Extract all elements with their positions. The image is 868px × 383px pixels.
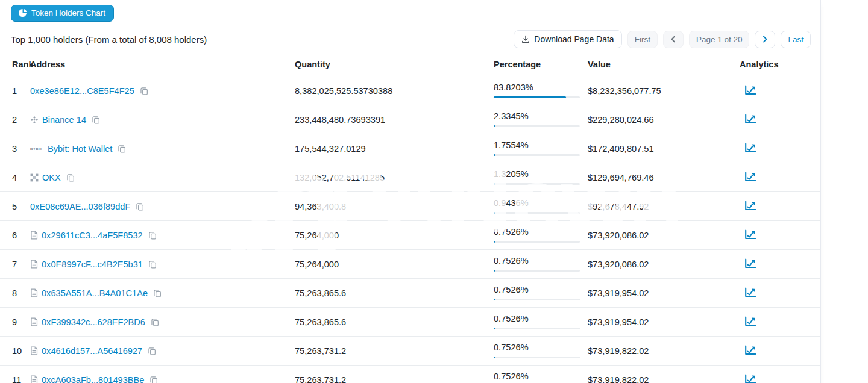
address-cell: 0xE08c69AE...036f89ddF [30, 202, 295, 211]
analytics-link[interactable] [744, 345, 756, 355]
percentage-bar [494, 357, 580, 358]
address-link[interactable]: 0x0E8997cF...c4B2E5b31 [42, 260, 143, 269]
value-cell: $73,919,954.02 [588, 317, 740, 327]
download-page-data-button[interactable]: Download Page Data [514, 30, 621, 48]
percentage-bar-fill [494, 270, 495, 272]
analytics-link[interactable] [744, 287, 756, 297]
percentage-text: 0.9436% [494, 199, 588, 207]
percentage-cell: 83.8203% [494, 83, 588, 98]
analytics-link[interactable] [744, 229, 756, 240]
copy-address-button[interactable] [153, 288, 162, 298]
address-cell: 0xcA603aFb...801493BBe [30, 375, 295, 383]
column-header-quantity: Quantity [295, 60, 494, 69]
address-cell: OKX [30, 173, 295, 182]
percentage-text: 0.7526% [494, 372, 588, 381]
analytics-link[interactable] [744, 114, 756, 124]
address-link[interactable]: OKX [42, 173, 61, 182]
value-cell: $129,694,769.46 [588, 173, 740, 182]
copy-icon [136, 202, 144, 211]
percentage-cell: 0.7526% [494, 372, 588, 383]
percentage-bar-fill [494, 241, 495, 243]
copy-icon [148, 260, 157, 269]
analytics-cell [740, 201, 820, 213]
copy-address-button[interactable] [117, 144, 127, 154]
token-holders-chart-button[interactable]: Token Holders Chart [11, 5, 114, 22]
percentage-bar-fill [494, 299, 495, 300]
pie-chart-icon [18, 8, 27, 17]
holders-card: Token Holders Chart Top 1,000 holders (F… [0, 0, 821, 383]
copy-address-button[interactable] [139, 86, 149, 96]
analytics-link[interactable] [744, 258, 756, 269]
pagination-prev-button[interactable] [663, 31, 684, 48]
address-cell: 0x0E8997cF...c4B2E5b31 [30, 260, 295, 269]
quantity-cell: 75,264,000 [295, 260, 494, 269]
line-chart-icon [744, 143, 756, 153]
copy-address-button[interactable] [135, 202, 145, 211]
address-cell: 0x29611cC3...4aF5F8532 [30, 231, 295, 240]
copy-address-button[interactable] [91, 115, 101, 125]
address-link[interactable]: 0x29611cC3...4aF5F8532 [42, 231, 143, 240]
line-chart-icon [744, 374, 756, 383]
contract-file-icon [30, 260, 38, 269]
percentage-bar [494, 125, 580, 127]
percentage-bar [494, 96, 580, 98]
analytics-link[interactable] [744, 172, 756, 182]
copy-address-button[interactable] [148, 231, 157, 240]
address-link[interactable]: 0xe3e86E12...C8E5F4F25 [30, 86, 134, 96]
address-link[interactable]: 0x635A551A...B4A01C1Ae [42, 288, 148, 298]
address-cell: BYBIT Bybit: Hot Wallet [30, 144, 295, 154]
contract-file-icon [30, 346, 38, 355]
copy-address-button[interactable] [149, 375, 159, 383]
line-chart-icon [744, 114, 756, 124]
rank-cell: 5 [12, 202, 30, 211]
analytics-link[interactable] [744, 143, 756, 153]
column-header-address: Address [30, 60, 295, 69]
copy-address-button[interactable] [150, 317, 160, 327]
address-cell: 0xF399342c...628EF2BD6 [30, 317, 295, 327]
pagination-controls: Download Page Data First Page 1 of 20 La… [514, 30, 811, 48]
quantity-cell: 233,448,480.73693391 [295, 115, 494, 125]
address-link[interactable]: Binance 14 [42, 115, 86, 125]
sub-toolbar: Top 1,000 holders (From a total of 8,008… [0, 25, 820, 53]
percentage-bar [494, 299, 580, 300]
address-link[interactable]: 0xF399342c...628EF2BD6 [42, 317, 145, 327]
analytics-link[interactable] [744, 316, 756, 326]
contract-file-icon [30, 231, 38, 240]
table-body: 1 0xe3e86E12...C8E5F4F25 8,382,025,525.5… [0, 76, 820, 383]
copy-address-button[interactable] [147, 346, 157, 356]
address-cell: 0xe3e86E12...C8E5F4F25 [30, 86, 295, 96]
rank-cell: 1 [12, 86, 30, 96]
pagination-last-button[interactable]: Last [781, 31, 811, 48]
analytics-link[interactable] [744, 201, 756, 211]
copy-icon [118, 145, 126, 153]
value-cell: $73,920,086.02 [588, 231, 740, 240]
address-link[interactable]: 0x4616d157...A56416927 [42, 346, 142, 356]
analytics-link[interactable] [744, 85, 756, 95]
line-chart-icon [744, 229, 756, 240]
table-row: 8 0x635A551A...B4A01C1Ae [0, 279, 820, 308]
value-cell: $73,919,822.02 [588, 375, 740, 383]
percentage-text: 0.7526% [494, 228, 588, 236]
address-link[interactable]: Bybit: Hot Wallet [48, 144, 112, 154]
copy-address-button[interactable] [66, 173, 75, 182]
analytics-link[interactable] [744, 374, 756, 383]
percentage-cell: 0.7526% [494, 285, 588, 300]
copy-icon [148, 231, 157, 240]
analytics-cell [740, 143, 820, 155]
address-link[interactable]: 0xE08c69AE...036f89ddF [30, 202, 130, 211]
pagination-next-button[interactable] [755, 31, 775, 48]
address-cell: 0x635A551A...B4A01C1Ae [30, 288, 295, 298]
column-header-rank: Rank [12, 60, 30, 69]
quantity-cell: 75,263,731.2 [295, 375, 494, 383]
percentage-cell: 0.7526% [494, 228, 588, 243]
pagination-first-button[interactable]: First [627, 31, 658, 48]
percentage-cell: 0.9436% [494, 199, 588, 214]
percentage-bar [494, 270, 580, 272]
copy-address-button[interactable] [148, 260, 157, 269]
rank-cell: 9 [12, 317, 30, 327]
contract-file-icon [30, 288, 38, 297]
address-link[interactable]: 0xcA603aFb...801493BBe [42, 375, 144, 383]
line-chart-icon [744, 287, 756, 297]
download-icon [521, 35, 530, 43]
table-row: 2 Binance 14 2 [0, 105, 820, 134]
